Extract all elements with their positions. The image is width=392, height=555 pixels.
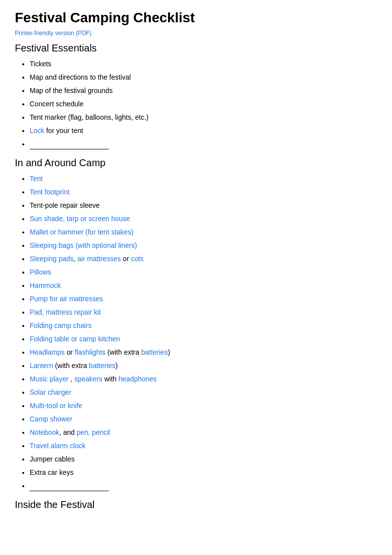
checklist-link[interactable]: speakers <box>74 375 102 383</box>
blank-line <box>30 142 109 149</box>
checklist-link[interactable]: cots <box>131 255 144 263</box>
checklist-link[interactable]: Folding camp chairs <box>30 322 91 329</box>
checklist-text: Tent marker (flag, balloons, lights, etc… <box>30 113 148 121</box>
checklist-link[interactable]: Headlamps <box>30 348 65 356</box>
checklist-text: (with extra <box>105 348 141 356</box>
list-item: Extra car keys <box>30 467 377 478</box>
list-item: Pillows <box>30 267 377 278</box>
list-item: Tent marker (flag, balloons, lights, etc… <box>30 112 377 123</box>
checklist-link[interactable]: Tent <box>30 175 43 183</box>
checklist-text: or <box>65 348 75 356</box>
section-in-and-around-camp: In and Around CampTentTent footprintTent… <box>15 157 377 491</box>
section-heading: Festival Essentials <box>15 43 377 54</box>
checklist: TentTent footprintTent-pole repair sleev… <box>15 174 377 491</box>
list-item: Notebook, and pen, pencil <box>30 427 377 438</box>
checklist-link[interactable]: headphones <box>119 375 157 383</box>
list-item <box>30 139 377 149</box>
list-item: Map of the festival grounds <box>30 86 377 96</box>
checklist-text: Tent-pole repair sleeve <box>30 201 100 209</box>
checklist-text: Tickets <box>30 60 51 68</box>
checklist-text: for your tent <box>44 127 84 135</box>
checklist-link[interactable]: Travel alarm clock <box>30 442 86 450</box>
list-item: Sleeping bags (with optional liners) <box>30 240 377 251</box>
section-heading: In and Around Camp <box>15 157 377 169</box>
list-item: Folding table or camp kitchen <box>30 334 377 344</box>
checklist-link[interactable]: Music player <box>30 375 69 383</box>
list-item: Hammock <box>30 280 377 291</box>
list-item: Tent <box>30 174 377 184</box>
list-item: Multi-tool or knife <box>30 401 377 411</box>
checklist-text: , <box>69 375 75 383</box>
checklist-link[interactable]: Lantern <box>30 362 53 370</box>
list-item: Solar charger <box>30 387 377 398</box>
checklist-link[interactable]: batteries <box>141 348 168 356</box>
list-item: Jumper cables <box>30 454 377 464</box>
checklist-link[interactable]: Sleeping pads <box>30 255 74 263</box>
checklist-text: Map and directions to the festival <box>30 73 131 81</box>
checklist-text: ) <box>116 362 118 370</box>
checklist-link[interactable]: Notebook <box>30 428 59 436</box>
checklist: TicketsMap and directions to the festiva… <box>15 59 377 149</box>
list-item: Camp shower <box>30 414 377 424</box>
checklist-link[interactable]: pen, pencil <box>77 428 110 436</box>
printer-link[interactable]: Printer-friendly version (PDF) <box>15 30 91 37</box>
list-item: Folding camp chairs <box>30 321 377 331</box>
checklist-text: Jumper cables <box>30 455 75 463</box>
checklist-text: , <box>74 255 78 263</box>
checklist-link[interactable]: Hammock <box>30 281 61 289</box>
checklist-link[interactable]: flashlights <box>75 348 105 356</box>
list-item: Concert schedule <box>30 99 377 109</box>
checklist-link[interactable]: Pillows <box>30 268 51 276</box>
list-item: Tent-pole repair sleeve <box>30 200 377 211</box>
checklist-link[interactable]: Lock <box>30 127 44 135</box>
checklist-link[interactable]: Mallet or hammer (for tent stakes) <box>30 228 133 236</box>
section-festival-essentials: Festival EssentialsTicketsMap and direct… <box>15 43 377 149</box>
checklist-link[interactable]: Folding table or camp kitchen <box>30 335 120 343</box>
list-item: Travel alarm clock <box>30 441 377 451</box>
checklist-text: Extra car keys <box>30 468 74 476</box>
checklist-link[interactable]: Sleeping bags (with optional liners) <box>30 241 137 249</box>
list-item: Sleeping pads, air mattresses or cots <box>30 254 377 264</box>
blank-line <box>30 484 109 491</box>
checklist-link[interactable]: batteries <box>89 362 116 370</box>
list-item: Music player , speakers with headphones <box>30 374 377 384</box>
list-item: Lock for your tent <box>30 126 377 136</box>
list-item: Map and directions to the festival <box>30 72 377 83</box>
list-item <box>30 481 377 491</box>
list-item: Mallet or hammer (for tent stakes) <box>30 227 377 237</box>
checklist-link[interactable]: Pump for air mattresses <box>30 295 103 303</box>
checklist-text: or <box>121 255 131 263</box>
list-item: Tickets <box>30 59 377 69</box>
list-item: Tent footprint <box>30 187 377 197</box>
list-item: Lantern (with extra batteries) <box>30 361 377 371</box>
list-item: Pump for air mattresses <box>30 294 377 304</box>
checklist-text: (with extra <box>53 362 88 370</box>
checklist-text: ) <box>168 348 170 356</box>
checklist-text: , and <box>59 428 77 436</box>
checklist-link[interactable]: Pad, mattress repair kit <box>30 308 101 316</box>
page-title: Festival Camping Checklist <box>15 10 377 26</box>
checklist-link[interactable]: Tent footprint <box>30 188 70 196</box>
list-item: Headlamps or flashlights (with extra bat… <box>30 347 377 358</box>
list-item: Sun shade, tarp or screen house <box>30 214 377 224</box>
list-item: Pad, mattress repair kit <box>30 307 377 318</box>
checklist-text: Map of the festival grounds <box>30 87 113 94</box>
checklist-text: with <box>102 375 119 383</box>
checklist-link[interactable]: Camp shower <box>30 415 72 423</box>
next-section-heading: Inside the Festival <box>15 499 377 510</box>
checklist-link[interactable]: Multi-tool or knife <box>30 402 83 410</box>
checklist-link[interactable]: Solar charger <box>30 388 71 396</box>
checklist-link[interactable]: Sun shade, tarp or screen house <box>30 215 130 223</box>
checklist-text: Concert schedule <box>30 100 84 108</box>
checklist-link[interactable]: air mattresses <box>78 255 121 263</box>
